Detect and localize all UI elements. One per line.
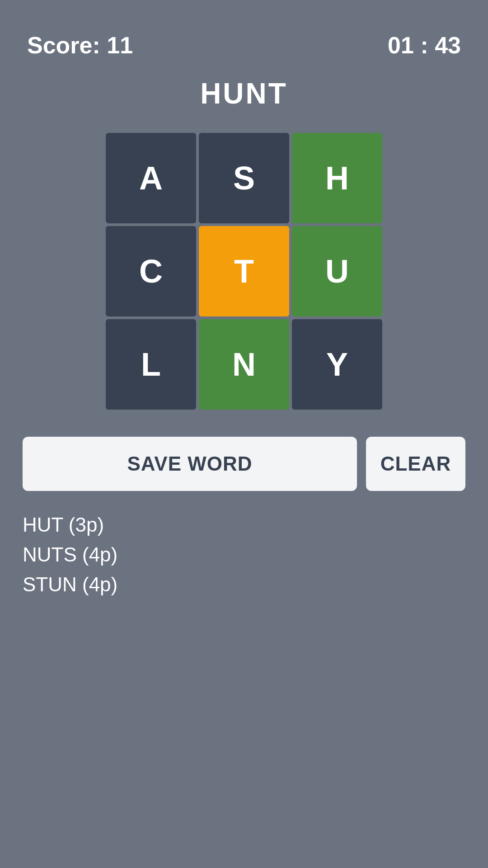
found-words-list: HUT (3p)NUTS (4p)STUN (4p) <box>18 514 470 596</box>
word-item-0: HUT (3p) <box>23 514 465 536</box>
grid-cell-l[interactable]: L <box>106 319 196 410</box>
grid-cell-n[interactable]: N <box>199 319 289 410</box>
cell-letter-8: Y <box>326 346 348 383</box>
grid-cell-c[interactable]: C <box>106 226 196 316</box>
cell-letter-0: A <box>139 160 163 197</box>
clear-button[interactable]: CLEAR <box>366 437 465 491</box>
score-display: Score: 11 <box>27 32 133 59</box>
save-word-button[interactable]: SAVE WORD <box>23 437 357 491</box>
grid-cell-u[interactable]: U <box>292 226 382 316</box>
grid-cell-s[interactable]: S <box>199 133 289 223</box>
cell-letter-7: N <box>232 346 256 383</box>
cell-letter-3: C <box>139 253 163 290</box>
letter-grid-container: ASHCTULNY <box>18 133 470 410</box>
game-header: Score: 11 01 : 43 <box>18 27 470 63</box>
cell-letter-5: U <box>325 253 349 290</box>
timer-display: 01 : 43 <box>388 32 461 59</box>
grid-cell-t[interactable]: T <box>199 226 289 316</box>
action-buttons: SAVE WORD CLEAR <box>18 437 470 491</box>
word-item-2: STUN (4p) <box>23 573 465 596</box>
target-word: HUNT <box>18 77 470 110</box>
grid-cell-a[interactable]: A <box>106 133 196 223</box>
grid-cell-h[interactable]: H <box>292 133 382 223</box>
cell-letter-4: T <box>234 253 254 290</box>
word-item-1: NUTS (4p) <box>23 543 465 566</box>
cell-letter-6: L <box>141 346 161 383</box>
cell-letter-2: H <box>325 160 349 197</box>
letter-grid: ASHCTULNY <box>106 133 382 410</box>
grid-cell-y[interactable]: Y <box>292 319 382 410</box>
cell-letter-1: S <box>233 160 255 197</box>
